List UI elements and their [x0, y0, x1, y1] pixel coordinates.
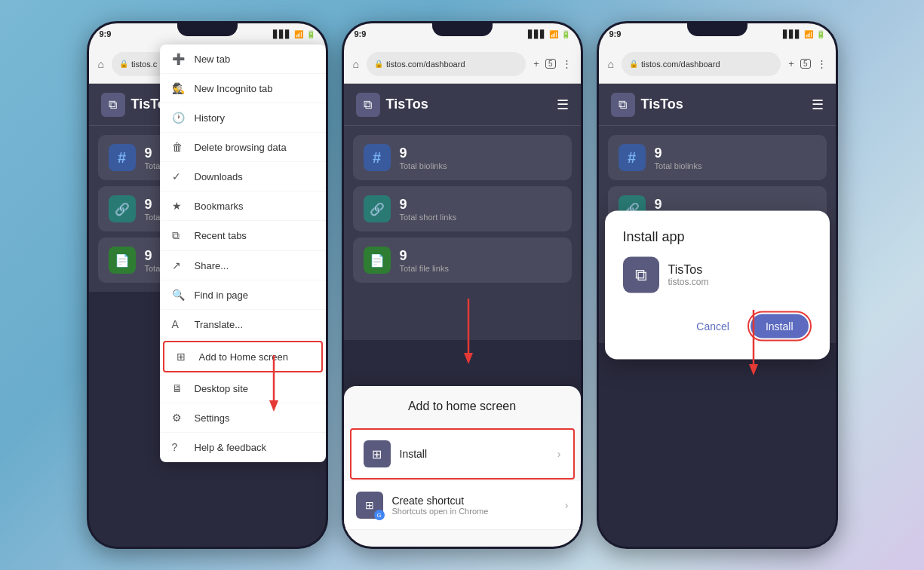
stat-info-biolinks-3: 9 Total biolinks — [655, 146, 702, 170]
stat-shortlinks-2: 🔗 9 Total short links — [353, 186, 572, 231]
menu-downloads[interactable]: ✓ Downloads — [160, 162, 326, 192]
arrow-3 — [746, 310, 761, 381]
filelinks-label-2: Total file links — [400, 264, 449, 273]
status-icons-3: ▋▋▋ 📶 🔋 — [783, 30, 825, 38]
stat-biolinks-2: # 9 Total biolinks — [353, 135, 572, 180]
dialog-app-info: ⧉ TisTos tistos.com — [623, 257, 812, 293]
add-tab-icon-3[interactable]: + — [785, 55, 797, 72]
hamburger-2[interactable]: ☰ — [557, 97, 569, 113]
url-text-3: tistos.com/dashboard — [641, 60, 720, 69]
phone-2: 9:9 ▋▋▋ 📶 🔋 ⌂ 🔒 tistos.com/dashboard + 5… — [342, 21, 583, 549]
bookmarks-label: Bookmarks — [195, 201, 244, 212]
translate-label: Translate... — [195, 319, 244, 330]
help-label: Help & feedback — [195, 442, 266, 453]
sheet-shortcut-icon: ⊞ G — [356, 492, 383, 519]
dialog-app-name: TisTos — [668, 263, 709, 277]
install-dialog: Install app ⧉ TisTos tistos.com Cancel I… — [605, 211, 830, 360]
share-label: Share... — [195, 260, 229, 271]
time-1: 9:9 — [100, 29, 112, 38]
add-home-icon: ⊞ — [177, 351, 190, 363]
stat-info-shortlinks-2: 9 Total short links — [400, 197, 457, 222]
dialog-app-text: TisTos tistos.com — [668, 263, 709, 287]
shortlinks-icon-1: 🔗 — [109, 195, 136, 222]
history-label: History — [195, 112, 225, 124]
menu-translate[interactable]: A Translate... — [160, 310, 326, 339]
tabs-count-icon-3[interactable]: 5 — [800, 59, 811, 69]
dialog-app-url: tistos.com — [668, 277, 709, 287]
incognito-icon: 🕵 — [172, 82, 186, 94]
address-bar-3[interactable]: 🔒 tistos.com/dashboard — [622, 52, 781, 76]
sheet-shortcut-option[interactable]: ⊞ G Create shortcut Shortcuts open in Ch… — [344, 481, 581, 530]
new-tab-icon: ➕ — [172, 53, 186, 65]
signal-icon-2: ▋▋▋ — [528, 30, 546, 38]
app-logo-2: ⧉ TisTos — [356, 93, 428, 117]
stat-biolinks-3: # 9 Total biolinks — [608, 135, 827, 180]
menu-icon-2[interactable]: ⋮ — [559, 55, 575, 72]
settings-label: Settings — [195, 412, 230, 424]
recent-tabs-icon: ⧉ — [172, 229, 186, 242]
svg-marker-5 — [749, 364, 758, 375]
signal-icon: ▋▋▋ — [273, 30, 291, 38]
shortlinks-icon-2: 🔗 — [364, 195, 391, 222]
menu-delete-browsing[interactable]: 🗑 Delete browsing data — [160, 133, 326, 162]
stat-info-biolinks-2: 9 Total biolinks — [400, 146, 447, 170]
sheet-install-option[interactable]: ⊞ Install › — [350, 428, 575, 480]
delete-icon: 🗑 — [172, 141, 186, 153]
wifi-icon-3: 📶 — [804, 30, 813, 38]
cancel-button[interactable]: Cancel — [684, 311, 741, 342]
sheet-shortcut-info: Create shortcut Shortcuts open in Chrome — [392, 495, 556, 516]
recent-tabs-label: Recent tabs — [195, 230, 247, 241]
address-bar-2[interactable]: 🔒 tistos.com/dashboard — [367, 52, 526, 76]
hamburger-3[interactable]: ☰ — [812, 97, 824, 113]
menu-history[interactable]: 🕐 History — [160, 103, 326, 133]
translate-icon: A — [172, 318, 186, 330]
biolinks-number-2: 9 — [400, 146, 447, 161]
time-3: 9:9 — [609, 29, 622, 38]
menu-icon-3[interactable]: ⋮ — [814, 55, 830, 72]
menu-settings[interactable]: ⚙ Settings — [160, 403, 326, 433]
menu-bookmarks[interactable]: ★ Bookmarks — [160, 192, 326, 221]
menu-add-home[interactable]: ⊞ Add to Home screen — [163, 341, 323, 372]
app-title-3: TisTos — [641, 97, 683, 112]
bookmarks-icon: ★ — [172, 200, 186, 212]
url-text-1: tistos.c — [131, 60, 157, 69]
sheet-chevron-2: › — [565, 499, 569, 511]
find-label: Find in page — [195, 290, 249, 301]
chrome-actions-3: + 5 ⋮ — [785, 55, 829, 72]
menu-new-tab[interactable]: ➕ New tab — [160, 44, 326, 74]
home-btn-1[interactable]: ⌂ — [95, 55, 107, 73]
biolinks-icon-2: # — [364, 144, 391, 171]
wifi-icon-2: 📶 — [549, 30, 558, 38]
delete-label: Delete browsing data — [195, 142, 287, 153]
biolinks-label-3: Total biolinks — [655, 161, 702, 170]
share-icon: ↗ — [172, 259, 186, 271]
biolinks-number-3: 9 — [655, 146, 702, 161]
menu-recent-tabs[interactable]: ⧉ Recent tabs — [160, 221, 326, 251]
svg-marker-1 — [269, 400, 278, 412]
shortlinks-number-3: 9 — [655, 197, 712, 213]
stat-filelinks-2: 📄 9 Total file links — [353, 238, 572, 283]
desktop-icon: 🖥 — [172, 382, 186, 394]
time-2: 9:9 — [355, 29, 367, 38]
filelinks-icon-1: 📄 — [109, 247, 136, 274]
menu-incognito[interactable]: 🕵 New Incognito tab — [160, 74, 326, 103]
home-btn-3[interactable]: ⌂ — [605, 55, 617, 73]
menu-desktop[interactable]: 🖥 Desktop site — [160, 374, 326, 403]
stat-info-filelinks-2: 9 Total file links — [400, 248, 449, 273]
menu-find-in-page[interactable]: 🔍 Find in page — [160, 280, 326, 310]
new-tab-label: New tab — [195, 54, 231, 65]
add-tab-icon-2[interactable]: + — [530, 55, 542, 72]
chrome-bar-2: ⌂ 🔒 tistos.com/dashboard + 5 ⋮ — [344, 44, 581, 84]
menu-help[interactable]: ? Help & feedback — [160, 433, 326, 462]
lock-icon-1: 🔒 — [119, 60, 128, 68]
status-icons-2: ▋▋▋ 📶 🔋 — [528, 30, 570, 38]
tabs-count-icon-2[interactable]: 5 — [545, 59, 556, 69]
shortlinks-label-2: Total short links — [400, 213, 457, 222]
incognito-label: New Incognito tab — [195, 83, 273, 94]
downloads-label: Downloads — [195, 171, 243, 182]
home-btn-2[interactable]: ⌂ — [350, 55, 362, 73]
url-text-2: tistos.com/dashboard — [386, 60, 465, 69]
sheet-shortcut-label: Create shortcut — [392, 495, 556, 507]
logo-icon-3: ⧉ — [611, 93, 635, 117]
menu-share[interactable]: ↗ Share... — [160, 251, 326, 280]
